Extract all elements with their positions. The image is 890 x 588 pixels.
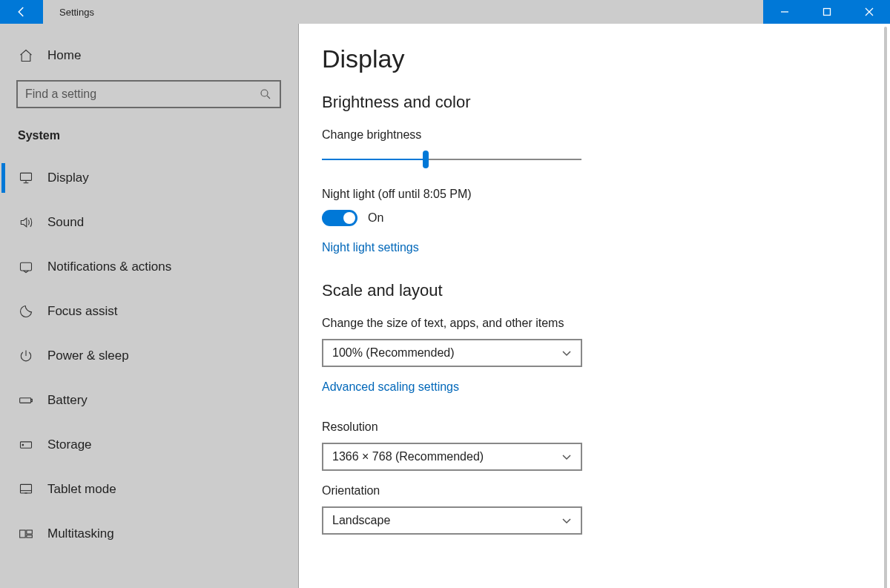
sidebar-item-label: Sound	[47, 215, 84, 230]
tablet-icon	[18, 481, 34, 498]
sidebar-item-storage[interactable]: Storage	[0, 423, 298, 467]
svg-rect-17	[27, 535, 33, 538]
section-brightness-heading: Brightness and color	[322, 93, 890, 112]
night-light-label: Night light (off until 8:05 PM)	[322, 188, 890, 201]
svg-point-2	[261, 90, 268, 96]
resolution-value: 1366 × 768 (Recommended)	[332, 450, 484, 463]
svg-point-11	[22, 444, 24, 446]
advanced-scaling-link[interactable]: Advanced scaling settings	[322, 380, 459, 394]
brightness-label: Change brightness	[322, 128, 890, 142]
sound-icon	[18, 214, 34, 231]
svg-rect-12	[21, 484, 32, 493]
home-label: Home	[47, 48, 81, 63]
main-content: Display Brightness and color Change brig…	[299, 24, 890, 588]
sidebar-item-power[interactable]: Power & sleep	[0, 334, 298, 378]
svg-rect-8	[20, 398, 31, 403]
nav-list: DisplaySoundNotifications & actionsFocus…	[0, 156, 298, 556]
svg-rect-7	[21, 262, 32, 271]
maximize-button[interactable]	[805, 0, 848, 24]
arrow-left-icon	[15, 5, 28, 19]
sidebar-item-battery[interactable]: Battery	[0, 378, 298, 423]
night-light-state: On	[368, 211, 383, 225]
svg-rect-1	[823, 9, 830, 16]
chevron-down-icon	[561, 348, 572, 358]
sidebar-item-focus[interactable]: Focus assist	[0, 289, 298, 334]
window-title: Settings	[43, 0, 94, 24]
orientation-label: Orientation	[322, 484, 890, 498]
sidebar-item-label: Notifications & actions	[47, 260, 171, 274]
svg-rect-4	[21, 173, 32, 180]
night-light-toggle[interactable]	[322, 210, 357, 226]
settings-window: Settings Home	[0, 0, 890, 588]
back-button[interactable]	[0, 0, 43, 24]
orientation-value: Landscape	[332, 514, 390, 527]
storage-icon	[18, 437, 34, 453]
resolution-dropdown[interactable]: 1366 × 768 (Recommended)	[322, 443, 582, 471]
scale-dropdown[interactable]: 100% (Recommended)	[322, 339, 582, 367]
close-icon	[864, 7, 874, 17]
slider-track-empty	[426, 159, 581, 160]
vertical-scrollbar[interactable]	[884, 27, 887, 588]
sidebar: Home System DisplaySoundNotifications & …	[0, 24, 299, 588]
slider-track-filled	[322, 159, 426, 160]
minimize-button[interactable]	[763, 0, 805, 24]
sidebar-item-label: Focus assist	[47, 304, 117, 319]
scale-label: Change the size of text, apps, and other…	[322, 317, 890, 330]
battery-icon	[18, 392, 34, 409]
sidebar-item-label: Tablet mode	[47, 482, 116, 497]
maximize-icon	[822, 7, 832, 17]
display-icon	[18, 170, 34, 186]
sidebar-item-sound[interactable]: Sound	[0, 200, 298, 245]
sidebar-item-notifications[interactable]: Notifications & actions	[0, 245, 298, 289]
home-nav[interactable]: Home	[0, 39, 298, 73]
notifications-icon	[18, 259, 34, 275]
minimize-icon	[779, 7, 790, 17]
scale-value: 100% (Recommended)	[332, 346, 455, 360]
sidebar-item-label: Storage	[47, 437, 92, 452]
toggle-knob	[343, 212, 355, 224]
sidebar-item-display[interactable]: Display	[0, 156, 298, 200]
close-button[interactable]	[848, 0, 890, 24]
search-icon	[259, 87, 272, 101]
home-icon	[18, 47, 34, 64]
sidebar-item-label: Power & sleep	[47, 348, 129, 363]
window-controls	[763, 0, 890, 24]
page-title: Display	[322, 44, 890, 73]
sidebar-item-tablet[interactable]: Tablet mode	[0, 467, 298, 512]
night-light-settings-link[interactable]: Night light settings	[322, 241, 419, 254]
search-input[interactable]	[25, 87, 259, 101]
focus-icon	[18, 303, 34, 320]
svg-rect-9	[31, 399, 33, 401]
resolution-label: Resolution	[322, 420, 890, 434]
sidebar-item-label: Multitasking	[47, 526, 114, 541]
section-label: System	[0, 108, 298, 148]
search-box[interactable]	[16, 80, 281, 108]
orientation-dropdown[interactable]: Landscape	[322, 506, 582, 535]
power-icon	[18, 348, 34, 364]
section-scale-heading: Scale and layout	[322, 281, 890, 300]
svg-rect-15	[20, 530, 26, 538]
titlebar: Settings	[0, 0, 890, 24]
sidebar-item-multitasking[interactable]: Multitasking	[0, 512, 298, 556]
sidebar-item-label: Battery	[47, 393, 88, 408]
sidebar-item-label: Display	[47, 171, 89, 185]
svg-line-3	[267, 96, 270, 99]
multitasking-icon	[18, 526, 34, 542]
svg-rect-16	[27, 530, 33, 534]
brightness-slider[interactable]	[322, 151, 581, 168]
chevron-down-icon	[561, 452, 572, 462]
chevron-down-icon	[561, 515, 572, 526]
slider-thumb[interactable]	[423, 151, 429, 168]
